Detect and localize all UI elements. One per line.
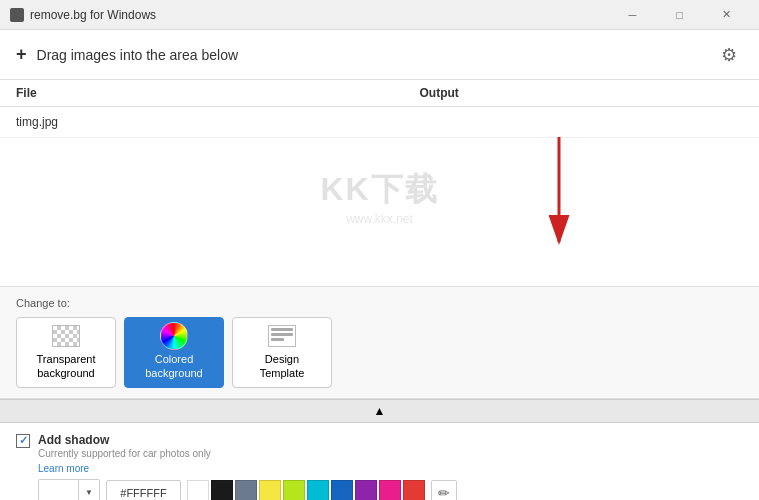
watermark-sub: www.kkx.net xyxy=(320,212,438,226)
swatch-black[interactable] xyxy=(211,480,233,500)
eyedropper-icon: ✏ xyxy=(438,485,450,500)
swatch-red[interactable] xyxy=(403,480,425,500)
transparent-bg-option[interactable]: Transparentbackground xyxy=(16,317,116,388)
add-icon: + xyxy=(16,44,27,65)
colorwheel-icon xyxy=(160,322,188,350)
minimize-button[interactable]: ─ xyxy=(610,0,655,30)
template-line-1 xyxy=(271,328,293,331)
swatch-lime[interactable] xyxy=(283,480,305,500)
maximize-button[interactable]: □ xyxy=(657,0,702,30)
colored-icon xyxy=(158,324,190,348)
swatch-gray[interactable] xyxy=(235,480,257,500)
output-column-header: Output xyxy=(380,86,744,100)
swatch-purple[interactable] xyxy=(355,480,377,500)
colored-bg-label: Coloredbackground xyxy=(145,352,203,381)
color-preview xyxy=(39,480,79,500)
title-bar-text: remove.bg for Windows xyxy=(30,8,610,22)
transparent-bg-label: Transparentbackground xyxy=(37,352,96,381)
file-list-area: timg.jpg KK下载 www.kkx.net xyxy=(0,107,759,287)
title-bar: remove.bg for Windows ─ □ ✕ xyxy=(0,0,759,30)
swatch-white[interactable] xyxy=(187,480,209,500)
swatch-blue[interactable] xyxy=(331,480,353,500)
swatch-pink[interactable] xyxy=(379,480,401,500)
design-template-label: DesignTemplate xyxy=(260,352,305,381)
shadow-info: Add shadow Currently supported for car p… xyxy=(38,433,743,475)
shadow-checkbox[interactable]: ✓ xyxy=(16,434,30,448)
background-options: Transparentbackground Coloredbackground … xyxy=(16,317,743,388)
template-icon-graphic xyxy=(268,325,296,347)
hex-input[interactable] xyxy=(106,480,181,500)
change-to-label: Change to: xyxy=(16,297,743,309)
colored-bg-option[interactable]: Coloredbackground xyxy=(124,317,224,388)
toolbar: + Drag images into the area below ⚙ xyxy=(0,30,759,80)
file-list-header: File Output xyxy=(0,80,759,107)
settings-button[interactable]: ⚙ xyxy=(715,41,743,69)
file-name: timg.jpg xyxy=(16,115,380,129)
watermark: KK下载 www.kkx.net xyxy=(320,168,438,226)
collapse-arrow[interactable]: ▲ xyxy=(0,399,759,423)
color-dropdown: ▼ xyxy=(38,479,100,500)
shadow-desc: Currently supported for car photos only xyxy=(38,447,743,461)
app-icon xyxy=(10,8,24,22)
close-button[interactable]: ✕ xyxy=(704,0,749,30)
color-swatches xyxy=(187,480,425,500)
shadow-title: Add shadow xyxy=(38,433,743,447)
title-bar-controls: ─ □ ✕ xyxy=(610,0,749,30)
red-arrow-container xyxy=(519,127,599,260)
template-icon xyxy=(266,324,298,348)
dropdown-arrow-button[interactable]: ▼ xyxy=(79,480,99,500)
swatch-yellow[interactable] xyxy=(259,480,281,500)
change-to-section: Change to: Transparentbackground Colored… xyxy=(0,287,759,399)
checker-icon xyxy=(52,325,80,347)
red-arrow-svg xyxy=(519,127,599,257)
file-column-header: File xyxy=(16,86,380,100)
transparent-icon xyxy=(50,324,82,348)
eyedropper-button[interactable]: ✏ xyxy=(431,480,457,500)
template-line-3 xyxy=(271,338,284,341)
arrow-icon: ▲ xyxy=(374,404,386,418)
learn-more-link[interactable]: Learn more xyxy=(38,463,89,474)
table-row: timg.jpg xyxy=(0,107,759,138)
design-template-option[interactable]: DesignTemplate xyxy=(232,317,332,388)
swatch-cyan[interactable] xyxy=(307,480,329,500)
bottom-panel: ✓ Add shadow Currently supported for car… xyxy=(0,423,759,500)
template-line-2 xyxy=(271,333,293,336)
color-picker-row: ▼ ✏ xyxy=(38,479,743,500)
drag-instructions: Drag images into the area below xyxy=(37,47,715,63)
checkbox-check-icon: ✓ xyxy=(19,434,28,447)
shadow-row: ✓ Add shadow Currently supported for car… xyxy=(16,433,743,475)
watermark-main: KK下载 xyxy=(320,168,438,212)
